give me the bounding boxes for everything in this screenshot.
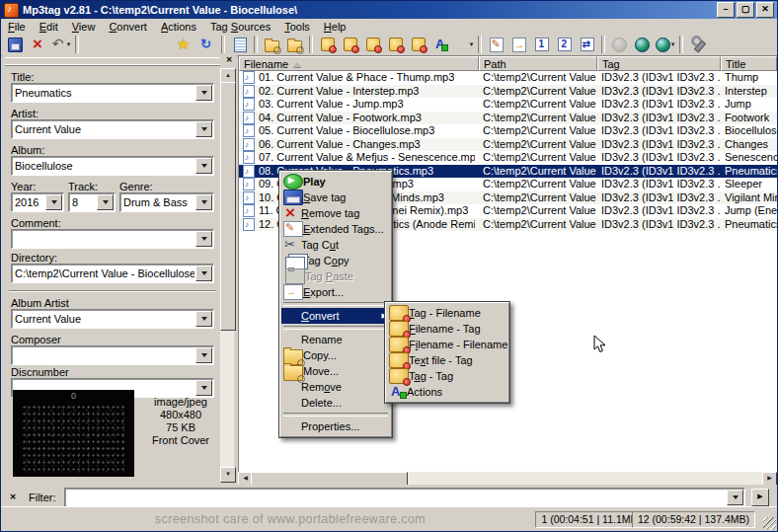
dropdown-caret-icon[interactable]: ▾	[671, 40, 675, 48]
filename-tag-button[interactable]	[339, 35, 361, 54]
filter-input[interactable]	[64, 488, 746, 507]
menu-item-delete[interactable]: Delete...	[281, 395, 390, 411]
panel-scrollbar[interactable]: ▲ ▼	[220, 68, 234, 483]
menu-tools[interactable]: Tools	[277, 20, 317, 34]
menu-item-save-tag[interactable]: Save tag	[281, 190, 390, 205]
table-row[interactable]: 04. Current Value - Footwork.mp3C:\temp2…	[239, 112, 777, 125]
folder-web-button[interactable]	[150, 35, 173, 54]
comment-field[interactable]	[11, 229, 214, 249]
web-source2-button[interactable]: ▾	[654, 35, 676, 54]
table-row[interactable]: 03. Current Value - Jump.mp3C:\temp2\Cur…	[239, 98, 777, 112]
menu-help[interactable]: Help	[317, 20, 353, 34]
menu-item-play[interactable]: Play	[281, 174, 390, 190]
table-row[interactable]: 07. Current Value & Mefjus - Senescence.…	[239, 151, 777, 165]
chevron-down-icon[interactable]	[727, 490, 743, 505]
copy-folder-button[interactable]	[261, 35, 283, 54]
menu-item-convert[interactable]: Convert▶	[281, 308, 390, 324]
id3v1-button[interactable]	[530, 35, 553, 54]
filename-filename-button[interactable]	[361, 35, 384, 54]
menu-item-move[interactable]: Move...	[281, 363, 390, 379]
folder-up-button[interactable]	[105, 35, 127, 54]
tag-filename-button[interactable]	[316, 35, 339, 54]
remove-tag-button[interactable]	[27, 35, 49, 54]
menu-item-tag-copy[interactable]: Tag Copy	[281, 253, 390, 268]
chevron-down-icon[interactable]	[195, 85, 212, 101]
panel-close-icon[interactable]: ✕	[223, 55, 235, 66]
list-hscrollbar[interactable]: ◀ ▶	[238, 472, 777, 485]
playlist-button[interactable]	[228, 35, 251, 54]
chevron-down-icon[interactable]	[195, 266, 212, 281]
favorites-button[interactable]	[173, 35, 195, 54]
actions-quick-button[interactable]: ▾	[452, 35, 475, 54]
close-button[interactable]: ✕	[756, 2, 774, 18]
folder-new-button[interactable]	[82, 35, 105, 54]
chevron-down-icon[interactable]	[45, 194, 62, 210]
dropdown-caret-icon[interactable]: ▾	[67, 40, 71, 48]
menu-item-actions[interactable]: Actions	[387, 384, 507, 400]
web-source-button[interactable]	[631, 35, 654, 54]
menu-convert[interactable]: Convert	[102, 20, 154, 34]
table-row[interactable]: 01. Current Value & Phace - Thump.mp3C:\…	[239, 71, 777, 85]
directory-field[interactable]: C:\temp2\Current Value - Biocellulose\	[11, 264, 214, 283]
textfile-tag-button[interactable]	[384, 35, 407, 54]
options-button[interactable]	[686, 35, 709, 54]
genre-field[interactable]: Drum & Bass	[119, 192, 214, 212]
panel-scrollbar-thumb[interactable]	[220, 82, 236, 331]
artist-field[interactable]: Current Value	[11, 119, 214, 139]
refresh-button[interactable]	[195, 35, 218, 54]
menu-tag-sources[interactable]: Tag Sources	[203, 20, 277, 34]
menu-item-text-file-tag[interactable]: Text file - Tag	[387, 352, 507, 368]
chevron-down-icon[interactable]	[97, 194, 114, 210]
actions-button[interactable]	[429, 35, 452, 54]
menu-view[interactable]: View	[65, 20, 103, 34]
filter-close-icon[interactable]: ✕	[7, 492, 19, 503]
menu-item-filename-filename[interactable]: Filename - Filename	[387, 337, 507, 352]
menu-item-tag-cut[interactable]: Tag Cut	[281, 237, 390, 253]
menu-item-copy[interactable]: Copy...	[281, 347, 390, 363]
maximize-button[interactable]: ▢	[737, 2, 754, 18]
extended-tags-button[interactable]	[485, 35, 507, 54]
year-field[interactable]: 2016	[11, 192, 64, 212]
menu-item-remove[interactable]: Remove	[281, 379, 390, 395]
table-row[interactable]: 05. Current Value - Biocellulose.mp3C:\t…	[239, 124, 777, 138]
menu-edit[interactable]: Edit	[33, 20, 65, 34]
convert-12-button[interactable]	[576, 35, 598, 54]
composer-field[interactable]	[11, 345, 214, 365]
table-row[interactable]: 06. Current Value - Changes.mp3C:\temp2\…	[239, 138, 777, 152]
column-header-title[interactable]: Title	[721, 56, 777, 71]
tag-tag-button[interactable]	[407, 35, 429, 54]
save-button[interactable]	[4, 35, 27, 54]
menu-item-properties[interactable]: Properties...	[281, 418, 390, 434]
menu-item-tag-filename[interactable]: Tag - Filename	[387, 305, 507, 321]
web-disabled-button[interactable]	[608, 35, 631, 54]
chevron-down-icon[interactable]	[195, 121, 212, 137]
menu-item-remove-tag[interactable]: Remove tag	[281, 205, 390, 221]
folder-edit-button[interactable]	[127, 35, 150, 54]
column-header-tag[interactable]: Tag	[597, 56, 721, 71]
menu-file[interactable]: File	[1, 20, 33, 34]
album-art[interactable]: 0	[13, 390, 134, 477]
chevron-down-icon[interactable]	[195, 311, 212, 327]
move-folder-button[interactable]	[283, 35, 306, 54]
menu-item-tag-tag[interactable]: Tag - Tag	[387, 368, 507, 384]
menu-actions[interactable]: Actions	[154, 20, 203, 34]
column-header-filename[interactable]: Filename	[239, 56, 479, 71]
dropdown-caret-icon[interactable]: ▾	[470, 40, 474, 48]
undo-button[interactable]: ▾	[49, 35, 72, 54]
album-field[interactable]: Biocellulose	[11, 156, 214, 176]
title-field[interactable]: Pneumatics	[11, 83, 214, 103]
menu-item-extended-tags[interactable]: Extended Tags...	[281, 221, 390, 237]
menu-item-export[interactable]: Export...	[281, 284, 390, 300]
track-field[interactable]: 8	[68, 192, 116, 212]
table-row[interactable]: 02. Current Value - Interstep.mp3C:\temp…	[239, 85, 777, 99]
chevron-down-icon[interactable]	[195, 380, 212, 396]
minimize-button[interactable]: –	[717, 2, 735, 18]
menu-item-tag-paste[interactable]: Tag Paste	[281, 268, 390, 284]
filter-apply-button[interactable]: ▶	[751, 489, 769, 506]
title-bar[interactable]: Mp3tag v2.81 - C:\temp2\Current Value - …	[1, 1, 777, 19]
resize-grip[interactable]	[763, 517, 776, 530]
column-header-path[interactable]: Path	[479, 56, 597, 71]
id3v2-button[interactable]	[553, 35, 576, 54]
album-artist-field[interactable]: Current Value	[11, 309, 214, 329]
export-button[interactable]	[507, 35, 530, 54]
